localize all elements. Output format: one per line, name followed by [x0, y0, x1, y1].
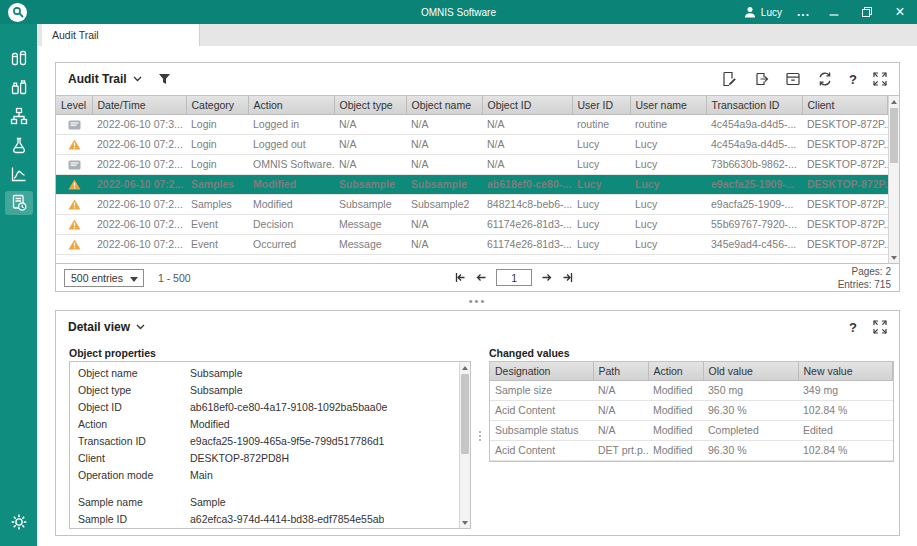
scroll-up-arrow[interactable] [889, 96, 899, 107]
action-cell: Logged in [248, 114, 334, 134]
changed-value-cell: Acid Content [490, 400, 593, 420]
help-button[interactable]: ? [849, 72, 857, 87]
sidebar-item-audit-trail[interactable] [5, 191, 33, 215]
tab-audit-trail[interactable]: Audit Trail [42, 24, 200, 46]
column-header-user-id[interactable]: User ID [572, 96, 630, 114]
user-name-cell: Lucy [630, 194, 706, 214]
datetime-cell: 2022-06-10 07:2... [92, 194, 186, 214]
page-number-input[interactable] [496, 269, 532, 286]
object-id-cell: 61174e26-81d3-... [482, 214, 572, 234]
column-header-user-name[interactable]: User name [630, 96, 706, 114]
column-header-level[interactable]: Level [56, 96, 92, 114]
changed-value-cell: N/A [593, 400, 648, 420]
first-page-button[interactable] [454, 272, 466, 283]
column-header-action[interactable]: Action [248, 96, 334, 114]
scroll-thumb[interactable] [890, 108, 898, 163]
chevron-down-icon[interactable] [136, 324, 145, 330]
column-header-date-time[interactable]: Date/Time [92, 96, 186, 114]
refresh-icon [817, 71, 833, 87]
column-header-client[interactable]: Client [802, 96, 888, 114]
column-header-object-name[interactable]: Object name [406, 96, 482, 114]
changed-value-row: Subsample statusN/AModifiedCompletedEdit… [490, 420, 893, 440]
close-button[interactable]: × [891, 3, 909, 21]
next-page-button[interactable] [541, 272, 553, 283]
app-logo[interactable] [8, 3, 27, 22]
audit-vertical-scrollbar[interactable] [888, 96, 899, 263]
column-header-action[interactable]: Action [648, 362, 703, 380]
changed-value-cell: 350 mg [703, 380, 798, 400]
sidebar-item-tests[interactable] [5, 133, 33, 157]
datetime-cell: 2022-06-10 07:2... [92, 214, 186, 234]
object-id-cell: ab618ef0-ce80-... [482, 174, 572, 194]
action-cell: Decision [248, 214, 334, 234]
property-label: Sample name [78, 496, 190, 508]
sidebar-item-settings[interactable] [5, 510, 33, 534]
detail-expand-button[interactable] [873, 320, 887, 334]
level-cell [56, 214, 92, 234]
archive-button[interactable] [785, 71, 801, 87]
previous-page-button[interactable] [475, 272, 487, 283]
restore-button[interactable] [858, 3, 876, 21]
panel-splitter[interactable]: ••• [55, 294, 900, 308]
scroll-up-arrow[interactable] [460, 362, 470, 373]
column-header-object-id[interactable]: Object ID [482, 96, 572, 114]
scroll-track[interactable] [889, 107, 899, 252]
category-cell: Login [186, 134, 248, 154]
table-row[interactable]: 2022-06-10 07:2...LoginOMNIS Software...… [56, 154, 888, 174]
export-button[interactable] [753, 71, 769, 87]
scroll-thumb[interactable] [461, 374, 469, 454]
column-header-designation[interactable]: Designation [490, 362, 593, 380]
detail-splitter-handle[interactable] [476, 431, 484, 441]
warning-icon [68, 139, 81, 150]
table-row[interactable]: 2022-06-10 07:2...EventDecisionMessageN/… [56, 214, 888, 234]
minimize-button[interactable] [825, 3, 843, 21]
level-cell [56, 194, 92, 214]
datetime-cell: 2022-06-10 07:2... [92, 174, 186, 194]
property-value: Subsample [190, 367, 243, 379]
last-page-icon [562, 272, 574, 283]
expand-button[interactable] [873, 72, 887, 86]
page-size-dropdown[interactable]: 500 entries [64, 269, 144, 287]
changed-value-cell: DET prt.p... [593, 440, 648, 460]
audit-panel-header: Audit Trail ? [56, 63, 899, 95]
object-name-cell: Subsample [406, 174, 482, 194]
column-header-object-type[interactable]: Object type [334, 96, 406, 114]
column-header-path[interactable]: Path [593, 362, 648, 380]
category-cell: Event [186, 214, 248, 234]
user-name-cell: Lucy [630, 234, 706, 254]
scroll-down-arrow[interactable] [889, 252, 899, 263]
sidebar-item-containers[interactable] [5, 75, 33, 99]
last-page-button[interactable] [562, 272, 574, 283]
detail-help-button[interactable]: ? [849, 320, 857, 335]
refresh-button[interactable] [817, 71, 833, 87]
column-header-new-value[interactable]: New value [798, 362, 893, 380]
sidebar-item-samples[interactable] [5, 46, 33, 70]
scroll-track[interactable] [460, 373, 470, 517]
column-header-old-value[interactable]: Old value [703, 362, 798, 380]
changed-value-cell: 349 mg [798, 380, 893, 400]
filter-button[interactable] [158, 73, 171, 85]
user-menu[interactable]: Lucy [744, 6, 782, 18]
client-cell: DESKTOP-872P... [802, 194, 888, 214]
table-row[interactable]: 2022-06-10 07:2...EventOccurredMessageN/… [56, 234, 888, 254]
table-row[interactable]: 2022-06-10 07:2...SamplesModifiedSubsamp… [56, 194, 888, 214]
hierarchy-icon [10, 107, 28, 125]
report-button[interactable] [721, 71, 737, 87]
chevron-down-icon[interactable] [133, 76, 142, 82]
more-menu-button[interactable]: ... [797, 5, 810, 19]
property-row: Sample IDa62efca3-974d-4414-bd38-edf7854… [70, 510, 459, 527]
user-name-cell: Lucy [630, 154, 706, 174]
property-value: DESKTOP-872PD8H [190, 452, 289, 464]
table-row[interactable]: 2022-06-10 07:2...LoginLogged outN/AN/AN… [56, 134, 888, 154]
table-row[interactable]: 2022-06-10 07:2...SamplesModifiedSubsamp… [56, 174, 888, 194]
column-header-category[interactable]: Category [186, 96, 248, 114]
scroll-down-arrow[interactable] [460, 517, 470, 528]
audit-trail-title: Audit Trail [68, 72, 127, 86]
table-row[interactable]: 2022-06-10 07:3...LoginLogged inN/AN/AN/… [56, 114, 888, 134]
column-header-transaction-id[interactable]: Transaction ID [706, 96, 802, 114]
properties-vertical-scrollbar[interactable] [459, 362, 470, 528]
sidebar-item-analysis[interactable] [5, 162, 33, 186]
detail-panel-header: Detail view ? [56, 311, 899, 343]
changed-value-cell: Modified [648, 400, 703, 420]
sidebar-item-structure[interactable] [5, 104, 33, 128]
